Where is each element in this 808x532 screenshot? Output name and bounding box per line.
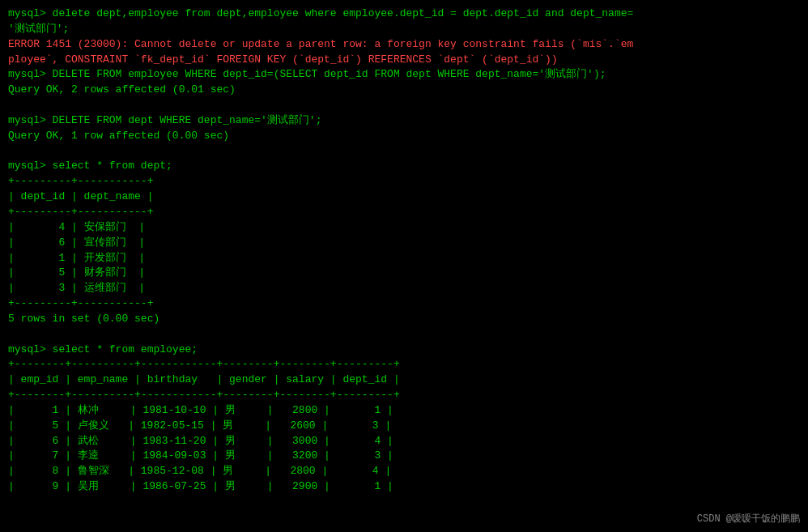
terminal-line: | 5 | 财务部门 | (8, 266, 800, 281)
terminal-line: | emp_id | emp_name | birthday | gender … (8, 372, 800, 388)
terminal-line: | 6 | 武松 | 1983-11-20 | 男 | 3000 | 4 | (8, 434, 800, 449)
terminal-line: | 1 | 开发部门 | (8, 251, 800, 266)
terminal-line: +---------+-----------+ (8, 205, 800, 220)
terminal-line: mysql> DELETE FROM employee WHERE dept_i… (8, 67, 800, 83)
terminal-line: 5 rows in set (0.00 sec) (8, 312, 800, 327)
terminal-line: | 8 | 鲁智深 | 1985-12-08 | 男 | 2800 | 4 | (8, 464, 800, 479)
terminal-line (8, 98, 800, 113)
terminal-line: +---------+-----------+ (8, 174, 800, 189)
terminal-line: mysql> delete dept,employee from dept,em… (8, 6, 800, 22)
terminal-line: mysql> select * from employee; (8, 343, 800, 358)
terminal-line: | dept_id | dept_name | (8, 189, 800, 205)
terminal-window: mysql> delete dept,employee from dept,em… (0, 0, 808, 532)
terminal-line: | 3 | 运维部门 | (8, 281, 800, 296)
terminal-line: +--------+----------+------------+------… (8, 388, 800, 403)
terminal-line: | 9 | 吴用 | 1986-07-25 | 男 | 2900 | 1 | (8, 479, 800, 495)
terminal-line: | 4 | 安保部门 | (8, 220, 800, 236)
terminal-line: Query OK, 2 rows affected (0.01 sec) (8, 83, 800, 98)
terminal-line: ERROR 1451 (23000): Cannot delete or upd… (8, 37, 800, 53)
terminal-line (8, 327, 800, 343)
terminal-line: '测试部门'; (8, 22, 800, 37)
terminal-line: Query OK, 1 row affected (0.00 sec) (8, 129, 800, 144)
terminal-line: ployee`, CONSTRAINT `fk_dept_id` FOREIGN… (8, 53, 800, 68)
terminal-line: | 6 | 宣传部门 | (8, 236, 800, 251)
terminal-line: +---------+-----------+ (8, 296, 800, 312)
terminal-line: | 1 | 林冲 | 1981-10-10 | 男 | 2800 | 1 | (8, 403, 800, 419)
terminal-line: | 7 | 李逵 | 1984-09-03 | 男 | 3200 | 3 | (8, 449, 800, 464)
terminal-line: | 5 | 卢俊义 | 1982-05-15 | 男 | 2600 | 3 | (8, 419, 800, 434)
terminal-line (8, 144, 800, 160)
watermark: CSDN @嗳嗳干饭的鹏鹏 (697, 512, 800, 526)
terminal-line: +--------+----------+------------+------… (8, 357, 800, 372)
terminal-line: mysql> select * from dept; (8, 159, 800, 174)
terminal-line: mysql> DELETE FROM dept WHERE dept_name=… (8, 113, 800, 129)
